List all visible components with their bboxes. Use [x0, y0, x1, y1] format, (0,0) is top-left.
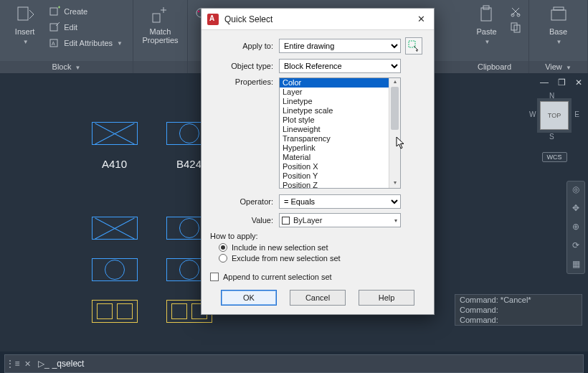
match-properties-icon [151, 4, 171, 24]
property-item[interactable]: Lineweight [280, 125, 400, 134]
insert-button[interactable]: Insert▼ [7, 3, 42, 47]
match-properties-button[interactable]: Match Properties [142, 3, 179, 46]
showmotion-icon[interactable]: ▦ [570, 259, 582, 270]
help-button[interactable]: Help [359, 290, 414, 306]
property-item[interactable]: Layer [280, 88, 400, 97]
exclude-radio[interactable]: Exclude from new selection set [219, 254, 425, 263]
quick-select-dialog: Quick Select ✕ Apply to: Entire drawing … [201, 8, 435, 315]
property-item[interactable]: Hyperlink [280, 143, 400, 153]
command-history: Command: *Cancel* Command: Command: [455, 294, 582, 326]
append-checkbox[interactable]: Append to current selection set [210, 273, 425, 281]
properties-listbox[interactable]: ColorLayerLinetypeLinetype scalePlot sty… [279, 77, 401, 189]
object-type-select[interactable]: Block Reference [279, 59, 401, 73]
svg-rect-17 [554, 7, 564, 10]
block-label: A410 [102, 158, 127, 170]
viewcube-face[interactable]: TOP [540, 101, 569, 130]
select-objects-button[interactable] [405, 37, 422, 55]
value-select[interactable]: ByLayer ▾ [279, 213, 401, 227]
property-item[interactable]: Color [280, 78, 400, 88]
orbit-icon[interactable]: ⟳ [570, 240, 582, 252]
command-text: _qselect [52, 359, 85, 369]
dialog-title: Quick Select [224, 14, 414, 24]
ok-button[interactable]: OK [221, 290, 277, 306]
panel-label-properties [133, 61, 187, 73]
value-label: Value: [210, 216, 279, 225]
listbox-scrollbar[interactable]: ▴ ▾ [389, 78, 400, 188]
close-icon[interactable]: ✕ [574, 77, 584, 88]
edit-attributes-button[interactable]: AEdit Attributes▼ [47, 36, 125, 50]
cut-icon[interactable] [510, 6, 521, 17]
history-line: Command: [455, 305, 582, 315]
steering-wheel-icon[interactable]: ◎ [570, 184, 582, 196]
select-objects-icon [408, 40, 419, 52]
svg-rect-2 [50, 24, 57, 31]
svg-rect-1 [50, 8, 57, 15]
block-graphic[interactable] [92, 300, 138, 323]
scroll-down-icon[interactable]: ▾ [389, 179, 400, 188]
history-line: Command: [455, 315, 582, 325]
wcs-badge[interactable]: WCS [542, 152, 567, 162]
insert-label: Insert [15, 27, 35, 36]
apply-to-label: Apply to: [210, 42, 279, 50]
command-prompt-icon: ▷_ [34, 359, 52, 369]
svg-rect-16 [551, 10, 566, 20]
panel-label-view[interactable]: View ▼ [529, 61, 587, 73]
zoom-icon[interactable]: ⊕ [570, 222, 582, 233]
dialog-close-icon[interactable]: ✕ [414, 14, 428, 24]
base-view-icon [549, 4, 569, 24]
panel-label-block[interactable]: Block ▼ [0, 61, 133, 73]
property-item[interactable]: Linetype scale [280, 106, 400, 115]
apply-to-select[interactable]: Entire drawing [279, 39, 401, 53]
history-line: Command: *Cancel* [455, 295, 582, 305]
block-graphic[interactable] [92, 122, 138, 145]
pan-icon[interactable]: ✥ [570, 203, 582, 214]
app-icon [207, 14, 219, 25]
command-line[interactable]: ⋮≡ ✕ ▷_ _qselect [4, 354, 584, 373]
restore-icon[interactable]: ❐ [556, 77, 566, 88]
operator-select[interactable]: = Equals [279, 194, 401, 209]
checkbox-icon [210, 273, 219, 281]
property-item[interactable]: Position X [280, 162, 400, 171]
chevron-down-icon: ▾ [394, 217, 397, 224]
svg-point-7 [198, 11, 199, 12]
nav-bar: ◎ ✥ ⊕ ⟳ ▦ [566, 181, 585, 274]
value-text: ByLayer [293, 216, 322, 225]
radio-icon [219, 254, 227, 263]
edit-icon [49, 22, 61, 33]
create-icon [49, 6, 61, 17]
include-radio[interactable]: Include in new selection set [219, 243, 425, 252]
scroll-up-icon[interactable]: ▴ [389, 78, 400, 87]
scroll-thumb[interactable] [391, 87, 399, 130]
cancel-button[interactable]: Cancel [290, 290, 346, 306]
copy-icon[interactable] [510, 22, 521, 33]
operator-label: Operator: [210, 197, 279, 206]
create-button[interactable]: Create [47, 4, 125, 19]
paste-button[interactable]: Paste▼ [468, 3, 506, 47]
base-view-button[interactable]: Base▼ [540, 3, 577, 47]
object-type-label: Object type: [210, 62, 279, 70]
property-item[interactable]: Material [280, 153, 400, 162]
doc-window-controls: — ❐ ✕ [539, 77, 584, 88]
svg-rect-10 [481, 8, 491, 21]
block-graphic[interactable] [92, 217, 138, 240]
property-item[interactable]: Position Z [280, 181, 400, 189]
property-item[interactable]: Position Y [280, 171, 400, 181]
property-item[interactable]: Linetype [280, 97, 400, 106]
minimize-icon[interactable]: — [539, 77, 549, 88]
match-label: Match Properties [142, 27, 178, 44]
dialog-titlebar[interactable]: Quick Select ✕ [201, 9, 434, 30]
block-graphic[interactable] [92, 258, 138, 281]
paste-icon [477, 4, 497, 24]
svg-rect-0 [18, 7, 28, 20]
insert-icon [15, 4, 35, 24]
property-item[interactable]: Plot style [280, 115, 400, 125]
color-swatch-icon [282, 217, 290, 225]
edit-button[interactable]: Edit [47, 20, 125, 34]
panel-label-clipboard[interactable]: Clipboard [460, 61, 528, 73]
property-item[interactable]: Transparency [280, 134, 400, 143]
customize-icon[interactable]: ⋮≡ [5, 359, 21, 369]
viewcube[interactable]: N W E S TOP WCS [534, 95, 575, 162]
close-commandline-icon[interactable]: ✕ [21, 359, 34, 369]
svg-rect-5 [153, 14, 160, 22]
svg-text:A: A [52, 41, 55, 46]
